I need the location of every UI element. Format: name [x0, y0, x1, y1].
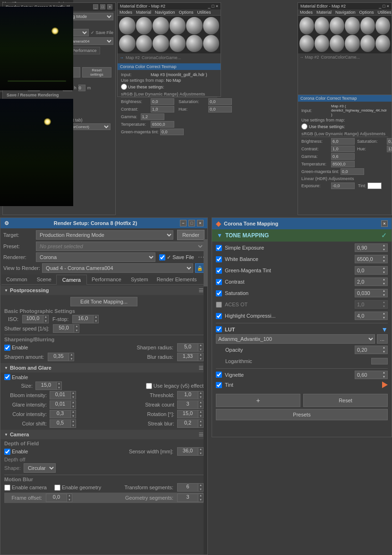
- mat2-menu-modes[interactable]: Modes: [300, 10, 313, 15]
- bg-reset[interactable]: Reset settings: [82, 67, 111, 78]
- mat1-close[interactable]: ×: [216, 4, 218, 9]
- tm-se-spinbox[interactable]: 0,90 ▲▼: [355, 243, 388, 252]
- tm-sat-up[interactable]: ▲: [383, 289, 385, 293]
- cp1-gamma-input[interactable]: [141, 113, 164, 120]
- tm-wb-spinbox[interactable]: 6500,0 ▲▼: [355, 255, 388, 263]
- tm-log-toggle[interactable]: [371, 358, 388, 364]
- rs-rotation-spinbox[interactable]: 15,0 ▲▼: [177, 410, 204, 418]
- rs-th-up[interactable]: ▲: [199, 391, 202, 395]
- cp2-gm-input[interactable]: [341, 168, 364, 175]
- tm-con-spinbox[interactable]: 2,0 ▲▼: [355, 278, 388, 286]
- rs-sr-down[interactable]: ▼: [199, 347, 202, 352]
- rs-target-dropdown[interactable]: Production Rendering Mode: [36, 230, 173, 240]
- rs-sr-up[interactable]: ▲: [199, 343, 202, 347]
- rs-scrollbar[interactable]: [204, 239, 207, 555]
- rs-tr-up[interactable]: ▲: [199, 483, 202, 487]
- tm-con-down[interactable]: ▼: [383, 282, 385, 286]
- rs-savefile-cb[interactable]: [159, 254, 165, 260]
- rs-iso-up[interactable]: ▲: [44, 315, 47, 319]
- mat2-minimize[interactable]: _: [379, 4, 381, 9]
- rs-cs-down[interactable]: ▼: [72, 424, 75, 428]
- tm-aces-cb[interactable]: [216, 302, 222, 308]
- mat2-menu-material[interactable]: Material: [316, 10, 332, 15]
- mat2-menu-options[interactable]: Options: [359, 10, 374, 15]
- rs-edit-tone-btn[interactable]: Edit Tone Mapping...: [70, 297, 137, 306]
- tm-op-up[interactable]: ▲: [383, 346, 385, 350]
- rs-gi-down[interactable]: ▼: [72, 405, 75, 409]
- mat-sphere-11[interactable]: [186, 35, 203, 52]
- rs-size-down[interactable]: ▼: [58, 386, 60, 390]
- tm-vig-spinbox[interactable]: 0,60 ▲▼: [355, 371, 388, 379]
- rs-geometry-spinbox[interactable]: 3 ▲▼: [177, 494, 204, 502]
- rs-sa-up[interactable]: ▲: [70, 353, 73, 357]
- rs-bloom-enable-cb[interactable]: [4, 374, 10, 380]
- tm-lut-dropdown[interactable]: Adanmq_Advantix_100: [216, 334, 375, 344]
- rs-dof-enable-cb[interactable]: [4, 449, 10, 455]
- bg-rs-close[interactable]: ×: [107, 4, 112, 9]
- mat2-sphere-10[interactable]: [345, 35, 359, 52]
- mat2-sphere-1[interactable]: [299, 17, 314, 35]
- rs-fstop-spinbox[interactable]: 16,0 ▲▼: [72, 315, 99, 323]
- mat-sphere-7[interactable]: [119, 35, 136, 52]
- mat-sphere-10[interactable]: [170, 35, 186, 52]
- tm-se-up[interactable]: ▲: [383, 243, 385, 248]
- rs-bloom-header[interactable]: ▼ Bloom and Glare ≡: [0, 363, 207, 373]
- tm-lut-expand-icon[interactable]: ▼: [381, 326, 388, 333]
- cp1-use-settings-radio[interactable]: [121, 84, 127, 90]
- rs-cs-up[interactable]: ▲: [72, 419, 75, 424]
- rs-br-up[interactable]: ▲: [199, 353, 202, 357]
- rs-shape-dropdown[interactable]: Circular: [24, 463, 56, 473]
- rs-tab-common[interactable]: Common: [1, 275, 32, 284]
- tm-plus-btn[interactable]: +: [216, 394, 300, 407]
- rs-tab-camera[interactable]: Camera: [56, 275, 87, 285]
- rs-glare-int-spinbox[interactable]: 0,01 ▲▼: [50, 400, 76, 409]
- mat2-sphere-11[interactable]: [360, 35, 375, 52]
- cp1-hue-input[interactable]: [208, 106, 232, 113]
- rs-ci-up[interactable]: ▲: [72, 410, 75, 414]
- cp2-brightness-input[interactable]: [331, 138, 355, 145]
- rs-render-btn[interactable]: Render: [177, 230, 205, 240]
- tm-se-cb[interactable]: [216, 245, 222, 251]
- rs-threshold-spinbox[interactable]: 1,0 ▲▼: [177, 391, 204, 399]
- rs-iso-spinbox[interactable]: 100,0 ▲▼: [22, 315, 49, 323]
- mat2-sphere-7[interactable]: [299, 35, 314, 52]
- rs-size-up[interactable]: ▲: [58, 382, 60, 386]
- rs-shutter-up[interactable]: ▲: [75, 324, 78, 329]
- tm-aces-spinbox[interactable]: 1,0 ▲▼: [355, 300, 388, 309]
- tm-sat-down[interactable]: ▼: [383, 293, 385, 297]
- rs-fstop-up[interactable]: ▲: [94, 315, 97, 319]
- mat1-menu-material[interactable]: Material: [136, 10, 151, 15]
- rs-sb-up[interactable]: ▲: [199, 419, 202, 424]
- rs-streak-blur-spinbox[interactable]: 0,2 ▲▼: [177, 419, 204, 428]
- rs-th-down[interactable]: ▼: [199, 395, 202, 399]
- cp2-contrast-input[interactable]: [331, 146, 355, 152]
- tm-presets-btn[interactable]: Presets: [216, 409, 388, 420]
- rs-tab-performance[interactable]: Performance: [87, 275, 126, 284]
- cp1-brightness-input[interactable]: [151, 98, 174, 105]
- rs-enable-geometry-cb[interactable]: [54, 485, 60, 491]
- rs-fo-down[interactable]: ▼: [68, 498, 71, 502]
- tm-opacity-spinbox[interactable]: 0,20 ▲▼: [355, 346, 388, 354]
- rs-shutter-down[interactable]: ▼: [75, 329, 78, 333]
- rs-rot-down[interactable]: ▼: [199, 414, 202, 418]
- mat2-sphere-3[interactable]: [330, 17, 344, 35]
- mat-sphere-9[interactable]: [153, 35, 169, 52]
- tm-gmt-down[interactable]: ▼: [383, 270, 385, 275]
- rs-postprocessing-header[interactable]: ▼ Postprocessing ≡: [0, 286, 207, 295]
- rs-enable-camera-cb[interactable]: [4, 485, 10, 491]
- rs-sb-down[interactable]: ▼: [199, 424, 202, 428]
- rs-color-int-spinbox[interactable]: 0,3 ▲▼: [50, 410, 76, 418]
- tm-gmt-up[interactable]: ▲: [383, 266, 385, 270]
- rs-sharpen-amount-spinbox[interactable]: 0,35 ▲▼: [48, 353, 74, 361]
- mat2-sphere-5[interactable]: [360, 17, 375, 35]
- bg-rs-restore[interactable]: □: [100, 4, 105, 9]
- rs-sensor-spinbox[interactable]: 36,0 ▲▼: [177, 447, 204, 456]
- rs-sa-down[interactable]: ▼: [70, 357, 73, 361]
- tm-vig-cb[interactable]: [216, 372, 222, 378]
- mat-sphere-12[interactable]: [203, 35, 220, 52]
- tm-reset-btn[interactable]: Reset: [303, 394, 388, 407]
- rs-legacy-cb[interactable]: [146, 383, 152, 389]
- tm-hi-up[interactable]: ▲: [383, 312, 385, 316]
- rs-sens-down[interactable]: ▼: [199, 451, 202, 456]
- rs-rot-up[interactable]: ▲: [199, 410, 202, 414]
